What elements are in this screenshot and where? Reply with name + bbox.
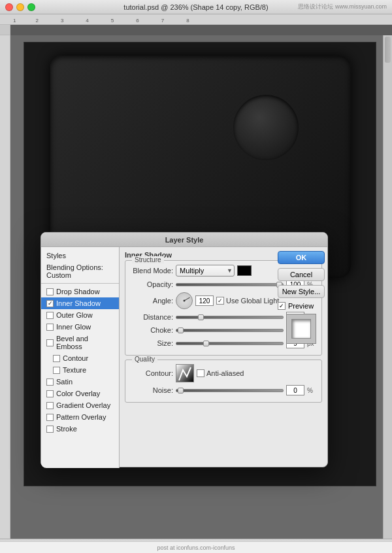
quality-title: Quality [132,356,157,363]
preview-check: ✓ Preview [278,302,325,310]
noise-label: Noise: [131,386,173,394]
size-label: Size: [131,339,173,347]
texture-checkbox[interactable] [53,367,60,374]
select-arrow-icon: ▼ [227,267,233,274]
bottom-watermark: post at iconfuns.com-iconfuns [0,541,392,553]
sidebar-item-blending[interactable]: Blending Options: Custom [41,261,119,281]
title-bar: tutorial.psd @ 236% (Shape 14 copy, RGB/… [0,0,392,14]
bottom-text: post at iconfuns.com-iconfuns [157,545,235,551]
dialog-title-bar: Layer Style [41,233,327,247]
blending-label: Blending Options: Custom [46,263,114,279]
anti-aliased-text: Anti-aliased [206,369,244,377]
size-thumb[interactable] [203,341,209,346]
size-track[interactable] [176,342,284,345]
styles-divider-1 [41,283,119,284]
stroke-checkbox[interactable] [46,426,54,433]
stroke-label: Stroke [56,425,77,433]
drop-shadow-checkbox[interactable] [46,288,54,295]
drop-shadow-label: Drop Shadow [56,288,100,295]
angle-label: Angle: [131,297,173,305]
device-circle [233,95,299,160]
maximize-button[interactable] [27,3,35,11]
contour-label: Contour [63,354,88,362]
opacity-track[interactable] [176,283,284,286]
sidebar-item-drop-shadow[interactable]: Drop Shadow [41,286,119,297]
pattern-overlay-label: Pattern Overlay [56,413,106,421]
angle-dial[interactable] [176,292,193,309]
bevel-emboss-label: Bevel and Emboss [56,335,114,350]
scrollbar-vertical[interactable] [383,35,392,539]
sidebar-item-stroke[interactable]: Stroke [41,423,119,435]
ruler-horizontal: 1 2 3 4 5 6 7 8 [0,14,392,25]
sidebar-item-outer-glow[interactable]: Outer Glow [41,309,119,321]
global-light-checkbox[interactable]: ✓ [216,297,224,305]
sidebar-item-contour[interactable]: Contour [41,352,119,364]
ruler-vertical [0,25,10,539]
distance-track[interactable] [176,316,284,319]
ok-button[interactable]: OK [278,251,325,264]
blend-color-swatch[interactable] [237,265,252,276]
cancel-button[interactable]: Cancel [278,268,325,281]
global-light-text: Use Global Light [226,297,279,305]
satin-checkbox[interactable] [46,378,54,386]
sidebar-item-texture[interactable]: Texture [41,364,119,376]
bevel-emboss-checkbox[interactable] [46,339,54,346]
inner-glow-checkbox[interactable] [46,324,54,331]
styles-label: Styles [46,252,66,260]
inner-shadow-checkbox[interactable]: ✓ [46,300,54,307]
choke-label: Choke: [131,326,173,334]
preview-label: Preview [288,302,314,310]
styles-panel: Styles Blending Options: Custom Drop Sha… [41,247,120,468]
global-light-label: ✓ Use Global Light [216,297,279,305]
color-overlay-checkbox[interactable] [46,390,54,397]
sidebar-item-inner-glow[interactable]: Inner Glow [41,321,119,333]
minimize-button[interactable] [16,3,24,11]
ruler-corner [0,25,10,35]
sidebar-item-gradient-overlay[interactable]: Gradient Overlay [41,399,119,411]
close-button[interactable] [5,3,13,11]
preview-inner [291,319,311,339]
outer-glow-label: Outer Glow [56,311,93,319]
sidebar-item-pattern-overlay[interactable]: Pattern Overlay [41,411,119,423]
blend-mode-value: Multiply [180,267,204,275]
contour-row-label: Contour: [131,369,173,377]
preview-checkbox[interactable]: ✓ [278,302,286,310]
outer-glow-checkbox[interactable] [46,312,54,319]
contour-checkbox[interactable] [53,355,60,362]
sidebar-item-inner-shadow[interactable]: ✓ Inner Shadow [41,297,119,309]
dialog-title: Layer Style [165,236,204,244]
noise-track[interactable] [176,389,284,392]
gradient-overlay-checkbox[interactable] [46,402,54,409]
scrollbar-vertical-thumb[interactable] [385,37,391,63]
blend-mode-select[interactable]: Multiply ▼ [176,265,235,276]
watermark: 思络设计论坛 www.missyuan.com [298,3,387,11]
inner-glow-label: Inner Glow [56,323,91,331]
sidebar-item-bevel-emboss[interactable]: Bevel and Emboss [41,333,119,352]
satin-label: Satin [56,378,73,386]
anti-aliased-label: Anti-aliased [197,369,244,377]
settings-panel: Inner Shadow Structure Blend Mode: Multi… [120,247,327,468]
contour-thumbnail[interactable] [176,364,194,382]
sidebar-item-styles[interactable]: Styles [41,250,119,261]
action-buttons: OK Cancel New Style... ✓ Preview [275,247,327,468]
window-controls[interactable] [5,3,35,11]
anti-aliased-checkbox[interactable] [197,369,204,377]
gradient-overlay-label: Gradient Overlay [56,401,110,409]
inner-shadow-label: Inner Shadow [56,299,101,307]
preview-thumbnail [286,314,316,344]
dialog-body: Styles Blending Options: Custom Drop Sha… [41,247,327,468]
sidebar-item-satin[interactable]: Satin [41,376,119,388]
angle-input[interactable]: 120 [195,295,214,306]
pattern-overlay-checkbox[interactable] [46,414,54,421]
choke-track[interactable] [176,329,284,332]
distance-thumb[interactable] [198,314,204,320]
choke-thumb[interactable] [178,327,184,333]
noise-thumb[interactable] [178,388,184,394]
sidebar-item-color-overlay[interactable]: Color Overlay [41,388,119,399]
distance-label: Distance: [131,313,173,321]
window-title: tutorial.psd @ 236% (Shape 14 copy, RGB/… [123,3,268,11]
layer-style-dialog: Layer Style Styles Blending Options: Cus… [41,232,328,467]
color-overlay-label: Color Overlay [56,390,100,397]
ruler-ticks: 1 2 3 4 5 6 7 8 [10,14,189,25]
new-style-button[interactable]: New Style... [278,285,325,298]
